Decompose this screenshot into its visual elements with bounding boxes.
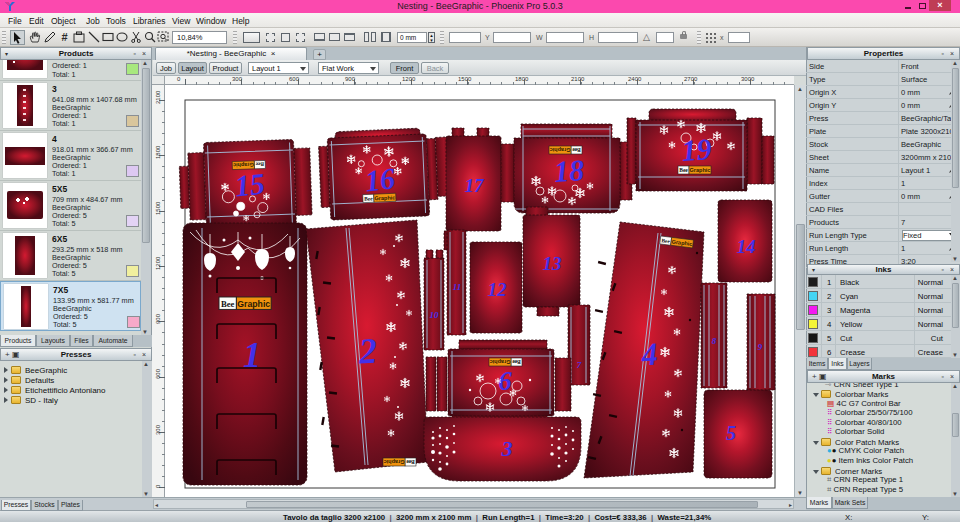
svg-text:19: 19 bbox=[680, 132, 712, 167]
svg-text:7: 7 bbox=[577, 360, 582, 370]
svg-text:8: 8 bbox=[712, 336, 717, 346]
svg-text:3: 3 bbox=[501, 436, 513, 461]
svg-text:11: 11 bbox=[453, 282, 462, 292]
svg-text:2: 2 bbox=[357, 331, 378, 372]
svg-text:5: 5 bbox=[726, 422, 736, 444]
svg-text:13: 13 bbox=[543, 253, 562, 274]
svg-text:9: 9 bbox=[758, 342, 763, 352]
svg-text:17: 17 bbox=[465, 175, 486, 196]
svg-text:18: 18 bbox=[553, 153, 585, 188]
svg-text:10: 10 bbox=[430, 310, 440, 320]
svg-text:16: 16 bbox=[363, 161, 397, 197]
svg-text:12: 12 bbox=[488, 279, 508, 300]
svg-text:4: 4 bbox=[639, 336, 658, 373]
svg-text:1: 1 bbox=[243, 335, 261, 375]
svg-text:14: 14 bbox=[737, 236, 756, 257]
